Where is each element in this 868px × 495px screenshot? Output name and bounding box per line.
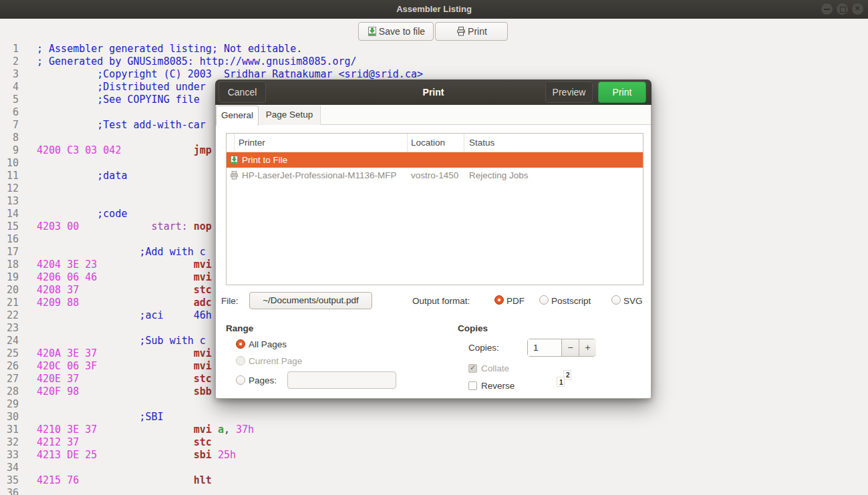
line-number: 21 (0, 297, 19, 309)
line-number: 28 (0, 385, 19, 397)
radio-pages[interactable] (236, 375, 245, 385)
column-printer[interactable]: Printer (239, 134, 265, 152)
line-number: 31 (0, 424, 19, 436)
radio-pdf[interactable] (494, 295, 504, 305)
code-text: ;Sub with c (37, 335, 206, 347)
maximize-icon[interactable] (837, 3, 848, 15)
print-confirm-button[interactable]: Print (598, 81, 646, 103)
print-to-file-icon (229, 155, 239, 167)
line-number: 34 (0, 462, 19, 474)
radio-postscript-label[interactable]: Postscript (551, 296, 591, 306)
code-line: 30 ;SBI (0, 411, 868, 424)
file-label: File: (221, 296, 239, 306)
line-number: 1 (0, 43, 19, 55)
copies-decrement-button[interactable]: − (561, 339, 579, 356)
radio-pdf-label[interactable]: PDF (507, 296, 525, 306)
reverse-label[interactable]: Reverse (481, 381, 515, 391)
line-number: 18 (0, 259, 19, 271)
radio-postscript[interactable] (539, 295, 549, 305)
code-line: 1; Assembler generated listing; Not edit… (0, 43, 868, 55)
print-dialog-headerbar: Cancel Print Preview Print (215, 79, 652, 105)
line-number: 2 (0, 55, 19, 67)
line-number: 4 (0, 81, 19, 93)
radio-current-page-label: Current Page (249, 356, 302, 366)
code-text: ;data (37, 170, 127, 182)
code-text: 4212 37 stc (37, 436, 212, 448)
copies-increment-button[interactable]: + (579, 339, 596, 356)
copies-input[interactable] (528, 339, 561, 356)
radio-all-pages[interactable] (236, 339, 245, 349)
radio-svg-label[interactable]: SVG (623, 296, 643, 306)
tab-general[interactable]: General (216, 106, 259, 126)
line-number: 13 (0, 195, 19, 207)
minimize-icon[interactable] (821, 3, 833, 15)
code-line: 354215 76 hlt (0, 474, 868, 487)
code-text: ;code (37, 208, 127, 220)
output-format-label: Output format: (412, 296, 470, 306)
column-status[interactable]: Status (469, 134, 494, 152)
radio-svg[interactable] (611, 295, 621, 305)
code-text: ; Assembler generated listing; Not edita… (37, 43, 302, 55)
line-number: 12 (0, 182, 19, 194)
line-number: 15 (0, 220, 19, 232)
save-icon (367, 26, 378, 37)
printer-icon (456, 26, 466, 37)
radio-pages-label[interactable]: Pages: (249, 375, 277, 385)
range-section-title: Range (226, 323, 253, 333)
radio-current-page (236, 356, 245, 365)
line-number: 20 (0, 284, 19, 296)
line-number: 26 (0, 360, 19, 372)
reverse-checkbox[interactable] (468, 381, 477, 390)
printer-list-header: Printer Location Status (227, 134, 643, 152)
collate-preview-digit: 1 (559, 379, 563, 386)
line-number: 32 (0, 436, 19, 448)
code-text: 4203 00 start: nop (37, 220, 212, 232)
code-text: 4200 C3 03 042 jmp (37, 144, 212, 156)
line-number: 11 (0, 170, 19, 182)
column-location[interactable]: Location (411, 134, 445, 152)
code-text: 4210 3E 37 mvi a, 37h (37, 424, 254, 436)
line-number: 17 (0, 246, 19, 258)
line-number: 25 (0, 347, 19, 359)
code-text: ;Distributed under (37, 81, 206, 93)
tab-page-setup[interactable]: Page Setup (259, 106, 321, 125)
code-text: 4204 3E 23 mvi (37, 259, 212, 271)
code-text: 420F 98 sbb (37, 385, 212, 397)
line-number: 9 (0, 144, 19, 156)
code-text: ;Add with c (37, 246, 206, 258)
line-number: 19 (0, 271, 19, 283)
printer-list: Printer Location Status Print to File HP… (226, 133, 643, 285)
line-number: 16 (0, 233, 19, 245)
code-text: 4206 06 46 mvi (37, 271, 212, 283)
collate-checkbox (468, 364, 477, 373)
line-number: 24 (0, 335, 19, 347)
file-chooser-button[interactable]: ~/Documents/output.pdf (249, 292, 372, 309)
code-line: 29 (0, 398, 868, 411)
print-toolbar-button[interactable]: Print (435, 22, 508, 41)
pages-range-input[interactable] (287, 371, 396, 389)
window-title: Assembler Listing (0, 0, 868, 19)
code-text: 420E 37 stc (37, 373, 212, 385)
save-to-file-button[interactable]: Save to file (358, 22, 434, 41)
app-window: Assembler Listing Save to file Print 1; … (0, 0, 868, 495)
print-dialog-tabstrip: General Page Setup (216, 105, 651, 125)
code-line: 314210 3E 37 mvi a, 37h (0, 424, 868, 436)
radio-all-pages-label[interactable]: All Pages (249, 339, 287, 349)
collate-preview-digit: 2 (566, 371, 570, 379)
close-icon[interactable] (852, 3, 863, 15)
printer-row-print-to-file[interactable]: Print to File (227, 152, 643, 168)
code-text: ;aci 46h (37, 309, 212, 321)
printer-name: HP-LaserJet-Professional-M1136-MFP (242, 168, 397, 183)
code-text: ;Copyright (C) 2003 Sridhar Ratnakumar <… (37, 68, 423, 80)
code-text: 4213 DE 25 sbi 25h (37, 449, 236, 461)
code-line: 34 (0, 462, 868, 474)
line-number: 22 (0, 309, 19, 321)
code-text: 4215 76 hlt (37, 474, 212, 486)
printer-row-hp-laserjet[interactable]: HP-LaserJet-Professional-M1136-MFP vostr… (227, 168, 643, 183)
preview-button[interactable]: Preview (545, 81, 593, 103)
code-line: 2; Generated by GNUSim8085: http://www.g… (0, 55, 868, 68)
code-text: ;See COPYING file (37, 94, 200, 106)
line-number: 5 (0, 94, 19, 106)
print-toolbar-label: Print (468, 26, 487, 37)
code-line: 324212 37 stc (0, 436, 868, 449)
